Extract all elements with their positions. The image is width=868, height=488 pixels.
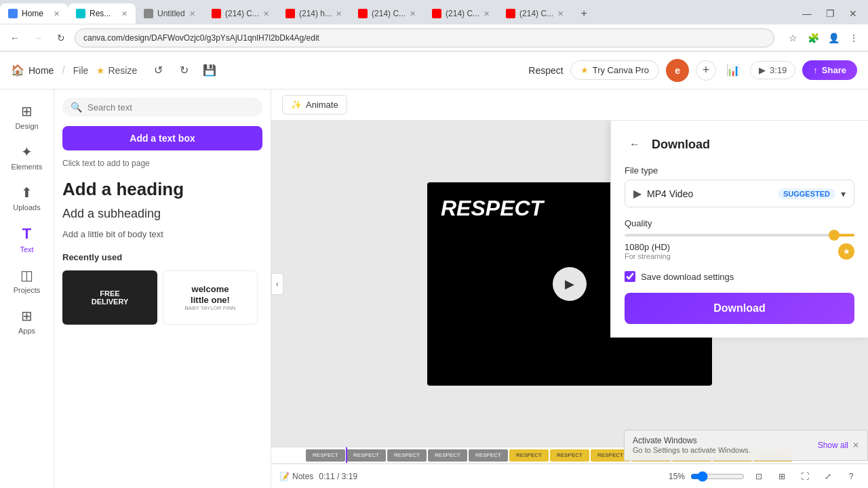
undo-button[interactable]: ↺ [148,60,168,81]
file-type-section: File type ▶ MP4 Video SUGGESTED ▾ [625,165,854,207]
heading-style[interactable]: Add a heading [62,179,262,200]
body-label: Add a little bit of body text [62,229,163,239]
more-options-icon[interactable]: ⋮ [845,29,863,47]
tab-yt1[interactable]: (214) C... ✕ [203,3,277,24]
thumb-free-delivery[interactable]: FREE DELIVERY [62,270,157,325]
extension-icon[interactable]: 🧩 [804,29,822,47]
share-icon: ↑ [813,65,818,75]
sidebar-item-elements[interactable]: ✦ Elements [3,138,51,176]
body-style[interactable]: Add a little bit of body text [62,228,262,240]
back-nav-btn[interactable]: ← [5,28,24,47]
recently-used-label: Recently used [62,252,262,262]
tab-untitled[interactable]: Untitled ✕ [136,3,203,24]
tab-home-close[interactable]: ✕ [54,9,60,18]
save-settings-label: Save download settings [641,272,734,282]
browser-chrome: Home ✕ Res... ✕ Untitled ✕ (214) C... ✕ … [0,0,868,52]
quality-slider-container [625,234,854,237]
app: 🏠 Home / File ★ Resize ↺ ↻ 💾 Respect ★ T… [0,52,868,488]
text-icon: T [22,225,31,243]
download-button[interactable]: Download [625,293,854,324]
animate-button[interactable]: ✨ Animate [282,95,347,115]
tab-yt4-close[interactable]: ✕ [484,9,490,18]
resize-button[interactable]: ★ Resize [96,65,137,76]
search-icon: 🔍 [71,102,82,113]
sidebar-item-text[interactable]: T Text [3,220,51,259]
bookmark-icon[interactable]: ☆ [784,29,802,47]
share-button[interactable]: ↑ Share [802,60,857,80]
subheading-style[interactable]: Add a subheading [62,207,262,221]
tab-yt2-close[interactable]: ✕ [336,9,342,18]
sidebar-item-apps[interactable]: ⊞ Apps [3,302,51,340]
file-button[interactable]: File [73,65,89,76]
address-bar[interactable]: canva.com/design/DAFWovOzjc0/g3pYsAjU1qn… [75,28,774,47]
present-button[interactable]: ⤢ [819,468,837,485]
notification-close-icon[interactable]: ✕ [852,441,859,450]
show-all-button[interactable]: Show all [818,441,848,450]
tab-home[interactable]: Home ✕ [0,3,68,24]
try-pro-star-icon: ★ [580,65,589,75]
home-button[interactable]: 🏠 Home [11,64,54,77]
tab-yt5-label: (214) C... [519,9,553,18]
save-status-button[interactable]: 💾 [199,60,220,81]
tab-canva[interactable]: Res... ✕ [68,3,136,24]
tab-yt1-close[interactable]: ✕ [263,9,269,18]
project-name: Respect [528,65,563,76]
tab-yt3[interactable]: (214) C... ✕ [350,3,424,24]
tab-canva-close[interactable]: ✕ [121,9,127,18]
slider-thumb[interactable] [829,230,840,241]
tab-bar: Home ✕ Res... ✕ Untitled ✕ (214) C... ✕ … [0,0,868,24]
timer-button[interactable]: ▶ 3:19 [750,61,795,79]
fit-screen-button[interactable]: ⊡ [750,468,768,485]
try-pro-button[interactable]: ★ Try Canva Pro [570,60,659,80]
thumb-welcome[interactable]: welcomelittle one! BABY TAYLOR FINN [163,270,258,325]
panel-collapse-button[interactable]: ‹ [271,273,283,295]
sidebar-item-design-label: Design [15,122,38,130]
tab-yt5-close[interactable]: ✕ [557,9,564,18]
play-button[interactable]: ▶ [553,267,587,301]
sidebar-item-projects[interactable]: ◫ Projects [3,262,51,300]
restore-btn[interactable]: ❐ [821,4,840,23]
close-browser-btn[interactable]: ✕ [844,4,863,23]
file-type-label: File type [625,165,854,176]
forward-nav-btn[interactable]: → [28,28,47,47]
notes-button[interactable]: 📝 Notes [279,472,313,481]
app-header: 🏠 Home / File ★ Resize ↺ ↻ 💾 Respect ★ T… [0,52,868,89]
minimize-btn[interactable]: — [797,4,816,23]
new-tab-button[interactable]: + [574,4,593,23]
back-button[interactable]: ← [625,134,645,155]
zoom-slider[interactable] [690,471,745,482]
search-input[interactable] [87,102,254,113]
tab-yt1-label: (214) C... [225,9,259,18]
tab-untitled-close[interactable]: ✕ [189,9,195,18]
timer-value: 3:19 [770,65,787,75]
sidebar-item-uploads[interactable]: ⬆ Uploads [3,179,51,217]
tab-canva-label: Res... [90,9,111,18]
panel-header: ← Download [625,134,854,155]
tab-yt4[interactable]: (214) C... ✕ [424,3,498,24]
grid-button[interactable]: ⊞ [773,468,791,485]
search-box[interactable]: 🔍 [62,98,262,117]
profile-icon[interactable]: 👤 [825,29,842,47]
tab-yt2[interactable]: (214) h... ✕ [277,3,350,24]
chevron-down-icon: ▾ [841,188,846,199]
notes-icon: 📝 [279,472,290,481]
design-icon: ⊞ [21,103,33,119]
add-textbox-button[interactable]: Add a text box [62,126,262,150]
panel-title: Download [652,138,710,152]
file-type-select[interactable]: ▶ MP4 Video SUGGESTED ▾ [625,180,854,207]
tab-yt5[interactable]: (214) C... ✕ [498,3,572,24]
video-text: RESPECT [441,196,543,221]
text-panel: 🔍 Add a text box Click text to add to pa… [54,89,271,488]
redo-button[interactable]: ↻ [174,60,194,81]
tab-yt3-close[interactable]: ✕ [410,9,416,18]
help-button[interactable]: ? [842,468,860,485]
add-collaborator-button[interactable]: + [696,60,716,81]
fullscreen-button[interactable]: ⛶ [796,468,814,485]
avatar[interactable]: e [666,59,689,82]
stats-button[interactable]: 📊 [723,60,743,81]
main-area: ⊞ Design ✦ Elements ⬆ Uploads T Text ◫ P… [0,89,868,488]
save-settings-row: Save download settings [625,271,854,282]
sidebar-item-design[interactable]: ⊞ Design [3,98,51,136]
reload-btn[interactable]: ↻ [52,28,71,47]
save-settings-checkbox[interactable] [625,271,635,282]
